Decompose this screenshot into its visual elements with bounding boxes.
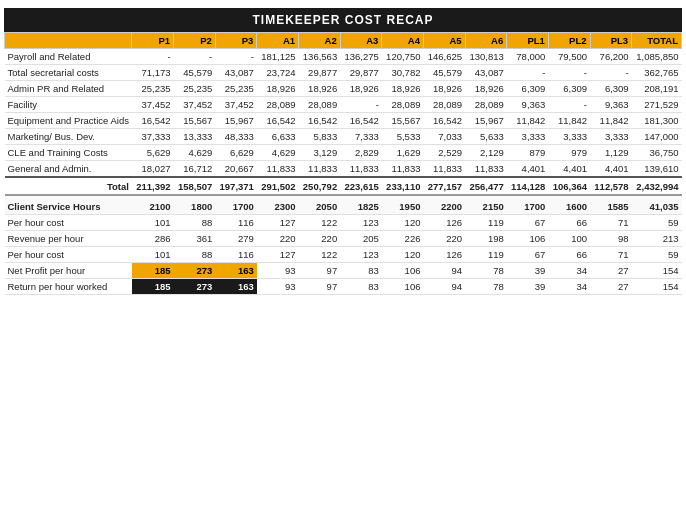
per-hour-cost-cell: 59 [632,215,682,231]
cell-value: 4,401 [590,161,632,178]
cell-value: 15,967 [215,113,257,129]
cell-value: 13,333 [174,129,216,145]
cell-value: - [548,97,590,113]
per-hour-cost-cell: 116 [215,215,257,231]
cell-value: 11,833 [423,161,465,178]
client-service-label: Client Service Hours [5,195,132,215]
header-col-TOTAL: TOTAL [632,33,682,49]
return-per-hour-cell: 34 [548,279,590,295]
cell-value: 28,089 [465,97,507,113]
client-hours-cell: 2300 [257,195,299,215]
cell-value: - [174,49,216,65]
cell-value: 11,842 [507,113,549,129]
client-hours-cell: 1585 [590,195,632,215]
report-title: TIMEKEEPER COST RECAP [4,8,682,32]
row-label: CLE and Training Costs [5,145,132,161]
cell-value: 181,125 [257,49,299,65]
row-label: Admin PR and Related [5,81,132,97]
cell-value: 78,000 [507,49,549,65]
cell-value: 11,842 [548,113,590,129]
header-col-A6: A6 [465,33,507,49]
total-cell: 106,364 [548,177,590,195]
cell-value: 25,235 [215,81,257,97]
cell-value: 136,275 [340,49,382,65]
per-hour-cost-cell: 127 [257,215,299,231]
cell-value: 11,833 [382,161,424,178]
cell-value: 18,926 [423,81,465,97]
cell-value: 20,667 [215,161,257,178]
header-label-col [5,33,132,49]
cell-value: 2,129 [465,145,507,161]
cell-value: 979 [548,145,590,161]
table-row: Payroll and Related---181,125136,563136,… [5,49,682,65]
per-hour-cost-cell: 126 [423,215,465,231]
cell-value: 6,629 [215,145,257,161]
cell-value: 71,173 [132,65,174,81]
cell-value: 130,813 [465,49,507,65]
revenue-per-hour-cell: 198 [465,231,507,247]
row-label: Facility [5,97,132,113]
table-row: Equipment and Practice Aids16,54215,5671… [5,113,682,129]
cell-value: 15,567 [382,113,424,129]
per-hour-cost-cell: 101 [132,215,174,231]
net-profit-cell: 93 [257,263,299,279]
revenue-per-hour-cell: 205 [340,231,382,247]
cell-value: 7,033 [423,129,465,145]
net-profit-cell: 154 [632,263,682,279]
client-hours-cell: 1800 [174,195,216,215]
client-hours-cell: 1700 [215,195,257,215]
header-col-P1: P1 [132,33,174,49]
return-per-hour-label: Return per hour worked [5,279,132,295]
cell-value: 5,629 [132,145,174,161]
revenue-per-hour-cell: 220 [257,231,299,247]
row-label: Total secretarial costs [5,65,132,81]
client-hours-cell: 1950 [382,195,424,215]
pm-per-hour-cell: 126 [423,247,465,263]
net-profit-cell: 94 [423,263,465,279]
cell-value: 1,085,850 [632,49,682,65]
table-row: General and Admin.18,02716,71220,66711,8… [5,161,682,178]
net-profit-cell: 106 [382,263,424,279]
cell-value: 15,567 [174,113,216,129]
cell-value: 271,529 [632,97,682,113]
cell-value: 5,833 [299,129,341,145]
total-label: Total [5,177,132,195]
cell-value: 37,452 [215,97,257,113]
return-per-hour-cell: 163 [215,279,257,295]
net-profit-cell: 163 [215,263,257,279]
pm-per-hour-row: Per hour cost101881161271221231201261196… [5,247,682,263]
revenue-per-hour-cell: 106 [507,231,549,247]
pm-per-hour-cell: 71 [590,247,632,263]
per-hour-cost-cell: 67 [507,215,549,231]
cell-value: 79,500 [548,49,590,65]
cell-value: 28,089 [423,97,465,113]
cell-value: - [507,65,549,81]
table-header: P1P2P3A1A2A3A4A5A6PL1PL2PL3TOTAL [5,33,682,49]
header-col-A4: A4 [382,33,424,49]
pm-per-hour-cell: 123 [340,247,382,263]
cell-value: 16,542 [340,113,382,129]
cell-value: 48,333 [215,129,257,145]
total-cell: 291,502 [257,177,299,195]
cell-value: - [215,49,257,65]
return-per-hour-cell: 78 [465,279,507,295]
net-profit-cell: 273 [174,263,216,279]
table-row: Facility37,45237,45237,45228,08928,089-2… [5,97,682,113]
cell-value: 11,833 [465,161,507,178]
cell-value: 18,926 [465,81,507,97]
cell-value: 1,129 [590,145,632,161]
cell-value: 29,877 [299,65,341,81]
client-hours-cell: 2100 [132,195,174,215]
cell-value: 2,829 [340,145,382,161]
cell-value: 6,633 [257,129,299,145]
per-hour-cost-cell: 120 [382,215,424,231]
cell-value: 18,027 [132,161,174,178]
per-hour-cost-cell: 122 [299,215,341,231]
cell-value: - [548,65,590,81]
row-label: Equipment and Practice Aids [5,113,132,129]
per-hour-cost-cell: 123 [340,215,382,231]
total-cell: 2,432,994 [632,177,682,195]
cell-value: 3,129 [299,145,341,161]
pm-per-hour-cell: 66 [548,247,590,263]
cell-value: 16,542 [132,113,174,129]
